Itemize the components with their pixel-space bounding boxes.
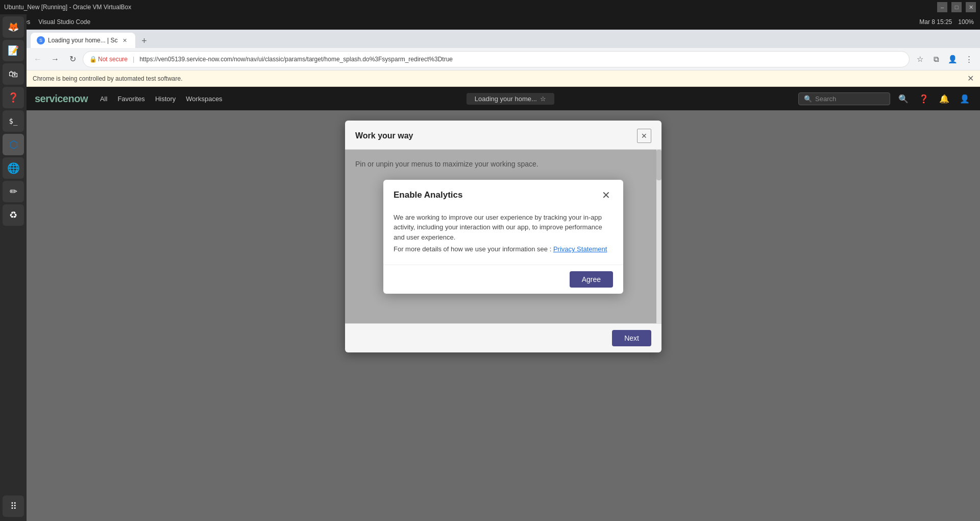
- analytics-modal: Enable Analytics ✕ We are working to imp…: [383, 180, 623, 294]
- sidebar-item-recycle[interactable]: ♻: [3, 204, 24, 226]
- not-secure-indicator: 🔒 Not secure: [89, 56, 128, 63]
- profile-icon[interactable]: 👤: [945, 52, 960, 66]
- new-tab-btn[interactable]: +: [137, 34, 152, 48]
- menu-icon[interactable]: ⋮: [962, 52, 976, 66]
- os-datetime: Mar 8 15:25: [919, 18, 952, 26]
- os-battery: 100%: [958, 18, 974, 26]
- chrome-tabbar: S Loading your home... | Sc ✕ +: [27, 30, 980, 48]
- os-titlebar: Ubuntu_New [Running] - Oracle VM Virtual…: [0, 0, 980, 14]
- star-icon[interactable]: ☆: [540, 95, 546, 103]
- sn-nav-workspaces[interactable]: Workspaces: [186, 95, 222, 103]
- sidebar-item-store[interactable]: 🛍: [3, 63, 24, 85]
- refresh-btn[interactable]: ↻: [65, 52, 80, 66]
- sn-navbar-right: 🔍 Search 🔍 ❓ 🔔 👤: [798, 91, 972, 106]
- wyw-scrollbar-thumb: [656, 150, 662, 180]
- wyw-scrollbar[interactable]: [656, 150, 662, 323]
- analytics-link-text: For more details of how we use your info…: [394, 244, 613, 254]
- sidebar-item-edit[interactable]: ✏: [3, 181, 24, 202]
- os-minimize-btn[interactable]: –: [937, 2, 947, 12]
- infobar-message: Chrome is being controlled by automated …: [33, 75, 182, 82]
- omnibar-icons: ☆ ⧉ 👤 ⋮: [913, 52, 976, 66]
- sn-navbar-center: Loading your home... ☆: [235, 93, 786, 105]
- bookmark-icon[interactable]: ☆: [913, 52, 927, 66]
- sidebar-item-notes[interactable]: 📝: [3, 40, 24, 61]
- sn-nav-history[interactable]: History: [155, 95, 176, 103]
- infobar-close-btn[interactable]: ✕: [967, 74, 974, 83]
- url-display: https://ven05139.service-now.com/now/nav…: [139, 56, 903, 63]
- chrome-infobar: Chrome is being controlled by automated …: [27, 70, 980, 87]
- analytics-modal-footer: Agree: [383, 265, 623, 294]
- os-maximize-btn[interactable]: □: [951, 2, 962, 12]
- analytics-modal-header: Enable Analytics ✕: [383, 180, 623, 208]
- sn-nav-favorites[interactable]: Favorites: [117, 95, 144, 103]
- sidebar-item-chrome[interactable]: 🌐: [3, 157, 24, 179]
- os-topbar: Activities Visual Studio Code Mar 8 15:2…: [0, 14, 980, 30]
- wyw-close-btn[interactable]: ✕: [637, 129, 651, 143]
- browser-window: S Loading your home... | Sc ✕ + ← → ↻ 🔒 …: [27, 30, 980, 521]
- os-app-label: Visual Studio Code: [38, 18, 90, 26]
- next-button[interactable]: Next: [612, 330, 651, 346]
- agree-button[interactable]: Agree: [570, 271, 613, 288]
- sn-search-bar[interactable]: 🔍 Search: [798, 92, 890, 105]
- search-icon: 🔍: [804, 95, 812, 103]
- tab-close-btn[interactable]: ✕: [121, 36, 129, 44]
- chrome-tab-active[interactable]: S Loading your home... | Sc ✕: [31, 33, 135, 48]
- sidebar-item-firefox[interactable]: 🦊: [3, 16, 24, 38]
- os-titlebar-controls: – □ ✕: [937, 2, 976, 12]
- os-close-btn[interactable]: ✕: [966, 2, 976, 12]
- extensions-icon[interactable]: ⧉: [929, 52, 943, 66]
- privacy-statement-link[interactable]: Privacy Statement: [553, 245, 607, 253]
- sn-topnav-bell[interactable]: 🔔: [937, 91, 951, 106]
- wyw-footer: Next: [345, 323, 662, 352]
- chrome-omnibar: ← → ↻ 🔒 Not secure | https://ven05139.se…: [27, 48, 980, 70]
- tab-title: Loading your home... | Sc: [48, 37, 118, 44]
- analytics-modal-close-btn[interactable]: ✕: [599, 188, 613, 202]
- sn-navbar: servicenow All Favorites History Workspa…: [27, 87, 980, 110]
- analytics-modal-body: We are working to improve our user exper…: [383, 208, 623, 265]
- address-bar[interactable]: 🔒 Not secure | https://ven05139.service-…: [83, 51, 910, 67]
- os-sidebar: 🦊 📝 🛍 ❓ $_ ⬡ 🌐 ✏ ♻ ⠿: [0, 14, 27, 521]
- forward-btn[interactable]: →: [48, 52, 62, 66]
- sn-topnav-help[interactable]: ❓: [917, 91, 931, 106]
- sn-nav-links: All Favorites History Workspaces: [100, 95, 223, 103]
- analytics-body-text: We are working to improve our user exper…: [394, 212, 613, 243]
- main-content: Work your way ✕ Pin or unpin your menus …: [27, 110, 980, 521]
- back-btn[interactable]: ←: [31, 52, 45, 66]
- os-topbar-right: Mar 8 15:25 100%: [919, 18, 974, 26]
- wyw-title: Work your way: [355, 131, 413, 140]
- sidebar-item-apps[interactable]: ⠿: [3, 495, 24, 517]
- wyw-header: Work your way ✕: [345, 121, 662, 150]
- url-separator: |: [131, 55, 136, 63]
- sidebar-item-terminal[interactable]: $_: [3, 110, 24, 132]
- wyw-body: Pin or unpin your menus to maximize your…: [345, 150, 662, 323]
- os-title: Ubuntu_New [Running] - Oracle VM Virtual…: [4, 4, 937, 11]
- work-your-way-dialog: Work your way ✕ Pin or unpin your menus …: [345, 121, 662, 352]
- sn-topnav-search[interactable]: 🔍: [896, 91, 911, 106]
- sn-logo: servicenow: [35, 93, 88, 105]
- sn-topnav-profile[interactable]: 👤: [958, 91, 972, 106]
- analytics-modal-overlay: Enable Analytics ✕ We are working to imp…: [345, 150, 662, 323]
- sn-page-title: Loading your home... ☆: [467, 93, 554, 105]
- sidebar-item-vscode[interactable]: ⬡: [3, 134, 24, 155]
- sn-nav-all[interactable]: All: [100, 95, 107, 103]
- lock-icon: 🔒: [89, 56, 97, 63]
- sidebar-item-help[interactable]: ❓: [3, 87, 24, 108]
- analytics-modal-title: Enable Analytics: [394, 190, 462, 200]
- tab-favicon: S: [37, 36, 45, 44]
